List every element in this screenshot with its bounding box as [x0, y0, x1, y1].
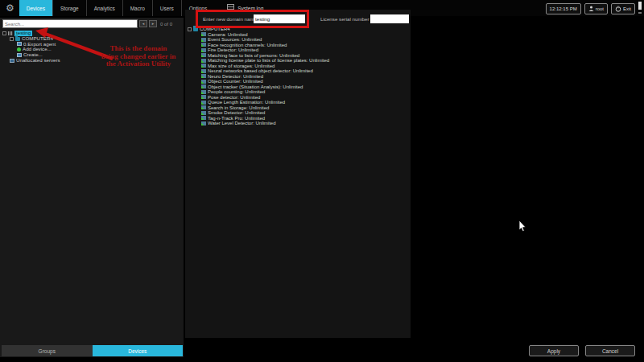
license-panel-header: Enter new domain name License serial num… [185, 10, 411, 27]
user-name: root [596, 6, 604, 11]
exit-button[interactable]: Exit [611, 3, 635, 14]
tab-devices[interactable]: Devices [19, 0, 52, 16]
gear-icon[interactable]: ⚙ [6, 0, 14, 16]
feature-icon [201, 95, 206, 99]
annotation-text: This is the domain being changed earlier… [93, 45, 184, 68]
feature-icon [201, 48, 206, 52]
tab-macro[interactable]: Macro [122, 0, 152, 16]
feature-icon [201, 32, 206, 36]
scrollbar-tick [638, 12, 642, 14]
license-feature-list: COMPUTER4Camera: UnlimitedEvent Sources:… [185, 27, 411, 338]
expander-icon[interactable] [10, 37, 14, 41]
feature-icon [201, 69, 206, 73]
tab-analytics[interactable]: Analytics [86, 0, 122, 16]
person-icon [588, 6, 594, 11]
add-icon [17, 47, 21, 51]
license-serial-label: License serial number [320, 16, 369, 22]
scrollbar-thumb[interactable] [638, 2, 642, 10]
expander-icon[interactable] [188, 27, 192, 31]
domain-name-label: Enter new domain name [203, 16, 257, 22]
app-window: ⚙ DevicesStorageAnalyticsMacroUsersOptio… [0, 0, 644, 362]
expander-icon[interactable] [2, 31, 6, 35]
topbar-right-cluster: 12:12:15 PM root Exit [546, 2, 642, 15]
feature-icon [201, 101, 206, 105]
annotation-line-3: the Activation Utility [93, 60, 184, 68]
panel-bottom-tabs: GroupsDevices [2, 345, 183, 356]
prev-match-button[interactable]: ◂ [139, 20, 147, 27]
tree-item-label: Unallocated servers [16, 58, 60, 64]
tab-storage[interactable]: Storage [52, 0, 86, 16]
feature-icon [201, 38, 206, 42]
search-input[interactable] [2, 19, 138, 28]
clock: 12:12:15 PM [546, 3, 581, 14]
folder-icon [193, 27, 198, 31]
apply-button[interactable]: Apply [529, 345, 579, 356]
device-panel: ◂ ▸ 0 of 0 testingCOMPUTER40.Export agen… [0, 18, 184, 357]
domain-icon [8, 31, 13, 35]
feature-icon [201, 64, 206, 68]
feature-icon [201, 84, 206, 88]
feature-icon [201, 111, 206, 115]
feature-icon [201, 80, 206, 84]
feature-icon [201, 90, 206, 94]
clock-text: 12:12:15 PM [550, 6, 577, 11]
folder-icon [15, 37, 20, 41]
feature-text: Water Level Detector: Unlimited [208, 121, 275, 126]
search-row: ◂ ▸ 0 of 0 [2, 19, 172, 28]
cancel-button[interactable]: Cancel [585, 345, 635, 356]
mouse-cursor [518, 220, 528, 233]
bottom-tab-devices[interactable]: Devices [93, 345, 184, 356]
scrollbar[interactable] [638, 2, 642, 15]
power-icon [615, 6, 621, 12]
feature-icon [201, 105, 206, 109]
feature-item-water-level-detector[interactable]: Water Level Detector: Unlimited [185, 121, 411, 126]
feature-icon [201, 53, 206, 57]
exit-label: Exit [623, 6, 631, 11]
match-count: 0 of 0 [160, 22, 172, 27]
bottom-tab-groups[interactable]: Groups [2, 345, 93, 356]
license-panel: Enter new domain name License serial num… [185, 10, 411, 338]
license-serial-input[interactable] [370, 14, 409, 23]
monitor-icon [17, 42, 22, 46]
domain-name-input[interactable] [254, 14, 305, 23]
feature-icon [201, 59, 206, 63]
feature-icon [201, 74, 206, 78]
server-icon [10, 59, 14, 63]
user-button[interactable]: root [584, 3, 608, 14]
tab-users[interactable]: Users [152, 0, 181, 16]
feature-icon [201, 43, 206, 47]
feature-icon [201, 121, 206, 125]
feature-icon [201, 116, 206, 120]
next-match-button[interactable]: ▸ [149, 20, 157, 27]
